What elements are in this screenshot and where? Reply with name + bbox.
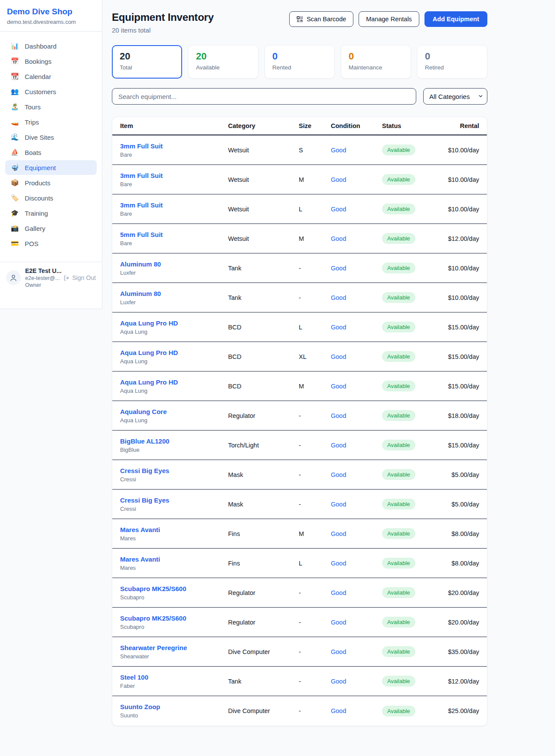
status-badge: Available (382, 499, 415, 509)
item-link[interactable]: Suunto Zoop (120, 703, 228, 710)
brand-link[interactable]: Demo Dive Shop (7, 7, 95, 16)
table-row: Shearwater Peregrine Shearwater Dive Com… (112, 637, 487, 667)
item-link[interactable]: Scubapro MK25/S600 (120, 585, 228, 592)
table-body: 3mm Full Suit Bare Wetsuit S Good Availa… (112, 135, 487, 726)
user-name: E2E Test U... (25, 267, 59, 274)
status-cell: Available (382, 706, 447, 717)
condition-link[interactable]: Good (331, 560, 382, 567)
item-link[interactable]: Aqua Lung Pro HD (120, 378, 228, 386)
status-badge: Available (382, 646, 415, 657)
condition-link[interactable]: Good (331, 412, 382, 419)
sidebar-item[interactable]: 📆 Calendar (5, 69, 97, 84)
status-cell: Available (382, 322, 447, 332)
item-link[interactable]: Cressi Big Eyes (120, 496, 228, 504)
sidebar-item[interactable]: 🏷️ Discounts (5, 191, 97, 205)
condition-link[interactable]: Good (331, 294, 382, 301)
table-row: BigBlue AL1200 BigBlue Torch/Light - Goo… (112, 431, 487, 460)
status-cell: Available (382, 528, 447, 539)
items-count: 20 items total (112, 26, 214, 34)
scan-barcode-button[interactable]: Scan Barcode (289, 11, 353, 27)
status-cell: Available (382, 174, 447, 185)
add-equipment-button[interactable]: Add Equipment (424, 11, 487, 27)
sidebar-item-icon: 🚤 (10, 118, 19, 126)
sidebar-item[interactable]: 📸 Gallery (5, 221, 97, 236)
condition-link[interactable]: Good (331, 383, 382, 390)
manage-rentals-button[interactable]: Manage Rentals (359, 11, 419, 27)
sidebar-item[interactable]: 📦 Products (5, 175, 97, 190)
stat-card[interactable]: 0 Maintenance (341, 45, 411, 79)
condition-link[interactable]: Good (331, 353, 382, 360)
sidebar-item[interactable]: 💳 POS (5, 236, 97, 251)
table-row: Aluminum 80 Luxfer Tank - Good Available… (112, 253, 487, 283)
condition-link[interactable]: Good (331, 707, 382, 714)
item-link[interactable]: 3mm Full Suit (120, 201, 228, 209)
sidebar-item[interactable]: 📅 Bookings (5, 54, 97, 69)
condition-link[interactable]: Good (331, 442, 382, 449)
item-link[interactable]: 3mm Full Suit (120, 172, 228, 179)
item-link[interactable]: Aqua Lung Pro HD (120, 319, 228, 327)
condition-link[interactable]: Good (331, 678, 382, 685)
status-badge: Available (382, 469, 415, 480)
size-cell: - (299, 589, 331, 596)
item-link[interactable]: Aluminum 80 (120, 260, 228, 268)
item-cell: BigBlue AL1200 BigBlue (120, 437, 228, 453)
sidebar-item[interactable]: 🏝️ Tours (5, 99, 97, 114)
condition-link[interactable]: Good (331, 530, 382, 537)
item-brand: BigBlue (120, 447, 228, 453)
item-cell: Aluminum 80 Luxfer (120, 260, 228, 276)
condition-link[interactable]: Good (331, 176, 382, 183)
sign-out-button[interactable]: Sign Out (63, 274, 96, 281)
sidebar-item-icon: 📊 (10, 42, 19, 50)
status-badge: Available (382, 145, 415, 155)
size-cell: L (299, 560, 331, 567)
condition-link[interactable]: Good (331, 206, 382, 213)
condition-link[interactable]: Good (331, 501, 382, 508)
item-link[interactable]: Mares Avanti (120, 526, 228, 533)
manage-rentals-label: Manage Rentals (366, 16, 412, 23)
stat-card[interactable]: 20 Total (112, 45, 182, 79)
condition-link[interactable]: Good (331, 324, 382, 331)
category-cell: BCD (228, 324, 299, 331)
status-cell: Available (382, 145, 447, 155)
status-cell: Available (382, 587, 447, 598)
sidebar-item-icon: 🏷️ (10, 194, 19, 202)
item-link[interactable]: 5mm Full Suit (120, 231, 228, 238)
condition-link[interactable]: Good (331, 648, 382, 655)
stat-card[interactable]: 20 Available (188, 45, 258, 79)
search-input[interactable] (112, 88, 416, 105)
sidebar-item[interactable]: 🤿 Equipment (5, 160, 97, 175)
condition-link[interactable]: Good (331, 235, 382, 242)
item-brand: Bare (120, 181, 228, 187)
condition-link[interactable]: Good (331, 619, 382, 626)
item-link[interactable]: Shearwater Peregrine (120, 644, 228, 651)
condition-link[interactable]: Good (331, 589, 382, 596)
condition-link[interactable]: Good (331, 471, 382, 478)
brand-domain: demo.test.divestreams.com (7, 19, 95, 25)
rental-cell: $10.00/day (447, 206, 479, 213)
item-link[interactable]: Aqua Lung Pro HD (120, 349, 228, 356)
item-link[interactable]: Mares Avanti (120, 555, 228, 563)
table-row: Scubapro MK25/S600 Scubapro Regulator - … (112, 608, 487, 637)
item-link[interactable]: Cressi Big Eyes (120, 467, 228, 474)
item-link[interactable]: Scubapro MK25/S600 (120, 615, 228, 622)
size-cell: S (299, 147, 331, 154)
item-link[interactable]: Steel 100 (120, 674, 228, 681)
item-link[interactable]: Aqualung Core (120, 408, 228, 415)
category-select[interactable]: All Categories (423, 88, 487, 105)
condition-link[interactable]: Good (331, 147, 382, 154)
stat-card[interactable]: 0 Retired (417, 45, 487, 79)
sidebar-item[interactable]: 👥 Customers (5, 84, 97, 99)
sidebar-item[interactable]: 🌊 Dive Sites (5, 130, 97, 145)
item-link[interactable]: 3mm Full Suit (120, 142, 228, 150)
item-link[interactable]: BigBlue AL1200 (120, 437, 228, 445)
rental-cell: $12.00/day (447, 678, 479, 685)
item-brand: Shearwater (120, 653, 228, 660)
sidebar-item[interactable]: 🚤 Trips (5, 115, 97, 129)
item-link[interactable]: Aluminum 80 (120, 290, 228, 297)
sidebar-item[interactable]: 🎓 Training (5, 206, 97, 220)
condition-link[interactable]: Good (331, 265, 382, 272)
avatar (6, 270, 21, 285)
sidebar-item[interactable]: 📊 Dashboard (5, 39, 97, 53)
sidebar-item[interactable]: ⛵ Boats (5, 145, 97, 160)
stat-card[interactable]: 0 Rented (264, 45, 335, 79)
